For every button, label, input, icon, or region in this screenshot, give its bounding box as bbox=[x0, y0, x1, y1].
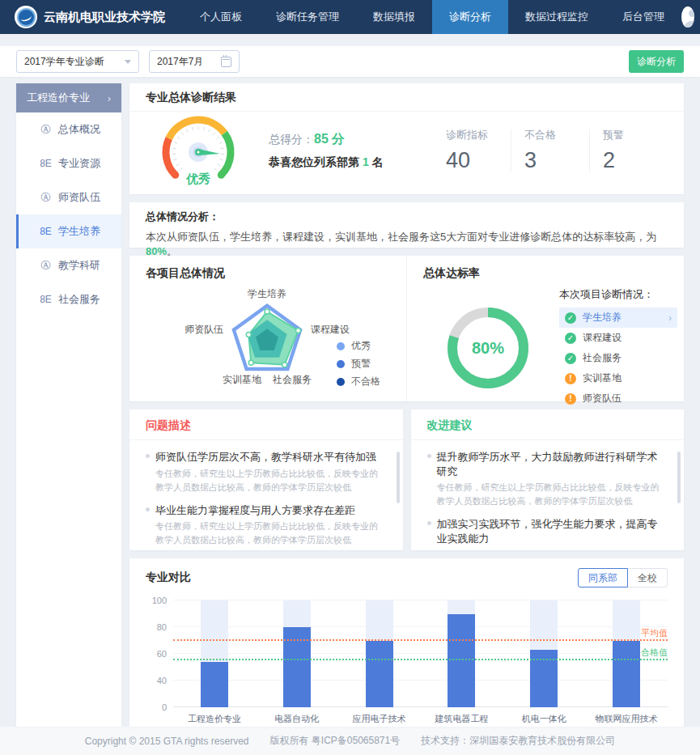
diagnosis-item-label: 学生培养 bbox=[583, 311, 622, 324]
comparison-card: 专业对比 同系部 全校 0406080100平均值合格值 工程造价专业电器自动化… bbox=[129, 558, 684, 727]
gauge-tick bbox=[204, 127, 205, 130]
list-item: 毕业生能力掌握程度与用人方要求存在差距 专任教师，研究生以上学历教师占比比较低，… bbox=[146, 503, 387, 548]
month-picker[interactable]: 2017年7月 bbox=[149, 50, 240, 73]
nav-item-data-entry[interactable]: 数据填报 bbox=[356, 0, 432, 34]
legend-label: 预警 bbox=[351, 357, 371, 371]
sidebar-item-overview[interactable]: Ⓐ 总体概况 bbox=[16, 112, 121, 146]
warning-circle-icon: ! bbox=[565, 373, 576, 384]
sidebar-item-faculty[interactable]: Ⓐ 师资队伍 bbox=[16, 180, 121, 214]
gridline bbox=[173, 600, 668, 600]
suggestions-title: 改进建议 bbox=[411, 409, 685, 440]
stat-label: 预警 bbox=[603, 128, 668, 142]
nav-item-process-monitor[interactable]: 数据过程监控 bbox=[508, 0, 605, 34]
total-score-line: 总得分：85 分 bbox=[269, 131, 433, 148]
calendar-icon bbox=[221, 57, 231, 67]
radar-axis-label: 师资队伍 bbox=[185, 324, 223, 335]
legend-label: 优秀 bbox=[351, 339, 371, 353]
legend-label: 不合格 bbox=[351, 375, 380, 388]
charts-card: 各项目总体情况 学生培养课程建设社会服务实训基地师资队伍 优秀 预警 不合格 bbox=[129, 256, 684, 401]
logo-globe-icon bbox=[17, 8, 36, 27]
diagnosis-item-training-base[interactable]: ! 实训基地 bbox=[559, 368, 677, 388]
diagnosis-year-select[interactable]: 2017学年专业诊断 bbox=[16, 50, 139, 73]
problems-card: 问题描述 师资队伍学历层次不高，教学科研水平有待加强 专任教师，研究生以上学历教… bbox=[129, 409, 403, 550]
rank-prefix: 恭喜您位列系部第 bbox=[269, 155, 363, 168]
nav-item-task-management[interactable]: 诊断任务管理 bbox=[259, 0, 356, 34]
overview-card: 专业总体诊断结果 优秀 总得分：85 分 恭喜您位列系部第 1 名 诊断 bbox=[129, 83, 684, 194]
sidebar-item-label: 社会服务 bbox=[58, 292, 100, 307]
user-menu[interactable]: 陈老师 bbox=[681, 0, 700, 39]
radar-axis-label: 学生培养 bbox=[248, 288, 286, 299]
bar bbox=[448, 614, 475, 708]
check-circle-icon: ✓ bbox=[565, 353, 576, 364]
sidebar-item-teaching-research[interactable]: Ⓐ 教学科研 bbox=[16, 248, 121, 282]
radar-marker bbox=[282, 363, 287, 367]
sidebar-item-label: 总体概况 bbox=[58, 122, 100, 137]
reference-line: 平均值 bbox=[173, 639, 668, 641]
circle-a-icon: Ⓐ bbox=[39, 259, 53, 273]
gauge-segment bbox=[169, 120, 225, 138]
chart-glyph-icon: 8E bbox=[39, 294, 53, 305]
school-logo-icon bbox=[15, 6, 37, 28]
diagnosis-item-course-building[interactable]: ✓ 课程建设 bbox=[559, 328, 677, 348]
nav-item-diagnosis-analysis[interactable]: 诊断分析 bbox=[432, 0, 508, 34]
chart-glyph-icon: 8E bbox=[39, 158, 53, 169]
legend-dot-icon bbox=[337, 342, 345, 350]
toggle-whole-school[interactable]: 全校 bbox=[627, 568, 668, 587]
scrollbar[interactable] bbox=[677, 452, 681, 503]
analysis-title: 总体情况分析： bbox=[146, 210, 668, 224]
stats-row: 诊断指标 40 不合格 3 预警 2 bbox=[433, 128, 668, 173]
gauge-tick bbox=[180, 168, 182, 171]
circle-a-icon: Ⓐ bbox=[39, 191, 53, 205]
sidebar-item-student-training[interactable]: 8E 学生培养 bbox=[16, 214, 121, 248]
rank-line: 恭喜您位列系部第 1 名 bbox=[269, 155, 433, 170]
suggestion-item-title: 加强实习实践环节，强化学生能力要求，提高专业实践能力 bbox=[427, 517, 668, 545]
donut-section: 总体达标率 80% 本次项目诊断情况： ✓ 学生培养 › ✓ 课程建设 bbox=[406, 256, 684, 401]
gauge-tick bbox=[217, 137, 219, 138]
nav-item-dashboard[interactable]: 个人面板 bbox=[183, 0, 259, 34]
check-circle-icon: ✓ bbox=[565, 312, 576, 324]
radar-axis-label: 实训基地 bbox=[223, 374, 262, 385]
radar-axis-label: 课程建设 bbox=[311, 324, 350, 335]
radar-axis-label: 社会服务 bbox=[272, 374, 312, 385]
gauge-tick bbox=[218, 164, 220, 166]
page-body: 工程造价专业 › Ⓐ 总体概况 8E 专业资源 Ⓐ 师资队伍 8E 学生培养 Ⓐ… bbox=[0, 83, 700, 727]
score-unit: 分 bbox=[332, 132, 345, 146]
diagnosis-item-student-training[interactable]: ✓ 学生培养 › bbox=[559, 308, 677, 328]
gauge-tick bbox=[209, 129, 210, 132]
sidebar-item-resources[interactable]: 8E 专业资源 bbox=[16, 146, 121, 180]
school-name: 云南机电职业技术学院 bbox=[44, 10, 165, 25]
gridline bbox=[173, 653, 668, 654]
sidebar-major-header[interactable]: 工程造价专业 › bbox=[16, 83, 121, 112]
comparison-title: 专业对比 bbox=[146, 570, 191, 585]
gauge-tick bbox=[181, 133, 184, 135]
bar bbox=[613, 641, 640, 708]
gauge-tick bbox=[172, 148, 176, 149]
donut-chart: 80% bbox=[446, 306, 530, 390]
radar-marker bbox=[295, 328, 300, 333]
footer-copyright: Copyright © 2015 GTA rights reserved bbox=[85, 736, 249, 747]
gauge-tick bbox=[221, 148, 224, 149]
overview-card-title: 专业总体诊断结果 bbox=[129, 83, 684, 112]
radar-title: 各项目总体情况 bbox=[146, 266, 406, 281]
filter-bar: 2017学年专业诊断 2017年7月 诊断分析 bbox=[0, 46, 700, 77]
reference-line-label: 合格值 bbox=[641, 647, 668, 659]
problems-title: 问题描述 bbox=[129, 409, 403, 440]
sidebar-item-social-service[interactable]: 8E 社会服务 bbox=[16, 282, 121, 316]
scrollbar[interactable] bbox=[397, 452, 400, 503]
bar-chart-xlabels: 工程造价专业电器自动化应用电子技术建筑电器工程机电一体化物联网应用技术 bbox=[173, 707, 668, 725]
analysis-card: 总体情况分析： 本次从师资队伍，学生培养，课程建设，实训基地，社会服务这5大方面… bbox=[129, 202, 684, 248]
x-axis-label: 工程造价专业 bbox=[188, 713, 241, 725]
legend-item-failed: 不合格 bbox=[337, 375, 380, 388]
diagnosis-item-faculty[interactable]: ! 师资队伍 bbox=[559, 388, 677, 409]
suggestions-card: 改进建议 提升教师学历水平，大力鼓励教师进行科研学术研究 专任教师，研究生以上学… bbox=[411, 409, 685, 550]
scope-toggle: 同系部 全校 bbox=[578, 568, 668, 587]
nav-item-admin[interactable]: 后台管理 bbox=[605, 0, 681, 34]
toggle-same-department[interactable]: 同系部 bbox=[578, 568, 628, 587]
problem-item-title: 毕业生能力掌握程度与用人方要求存在差距 bbox=[146, 503, 387, 518]
sidebar: 工程造价专业 › Ⓐ 总体概况 8E 专业资源 Ⓐ 师资队伍 8E 学生培养 Ⓐ… bbox=[16, 83, 121, 727]
top-navbar: 云南机电职业技术学院 个人面板 诊断任务管理 数据填报 诊断分析 数据过程监控 … bbox=[0, 0, 700, 34]
analyze-button[interactable]: 诊断分析 bbox=[629, 50, 684, 73]
radar-marker bbox=[246, 333, 251, 337]
gauge-tick bbox=[186, 129, 188, 132]
diagnosis-item-social-service[interactable]: ✓ 社会服务 bbox=[559, 348, 677, 368]
